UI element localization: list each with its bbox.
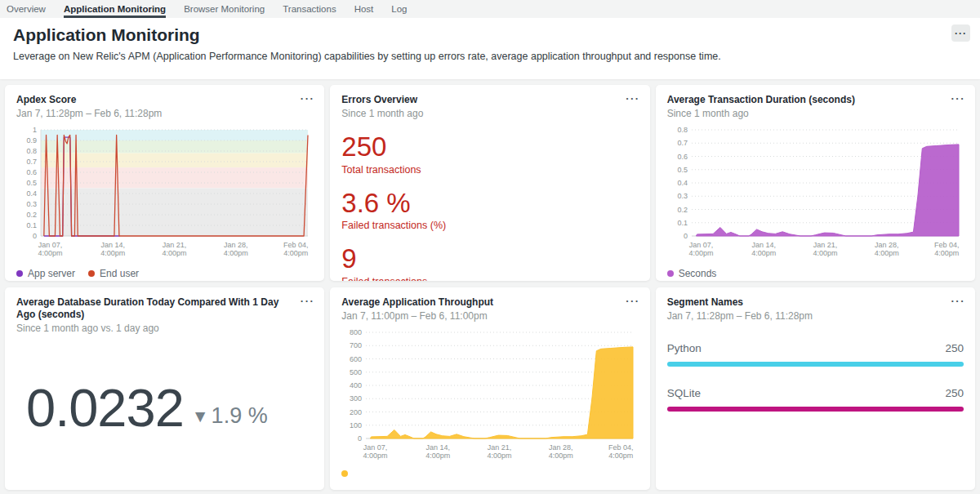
svg-text:0.8: 0.8	[677, 126, 688, 134]
segment-label: Python	[667, 342, 702, 354]
card-menu-ellipsis-icon[interactable]: ···	[301, 296, 315, 306]
svg-text:300: 300	[350, 394, 362, 403]
legend-item-app-server: App server	[16, 268, 75, 279]
svg-text:4:00pm: 4:00pm	[751, 249, 776, 257]
page-description: Leverage on New Relic's APM (Application…	[13, 51, 967, 62]
card-subtitle: Since 1 month ago	[341, 108, 638, 119]
segment-value: 250	[945, 342, 964, 354]
ellipsis-icon: ···	[955, 29, 967, 38]
transaction-duration-chart: 00.10.20.30.40.50.60.70.8Jan 07,4:00pmJa…	[667, 123, 964, 265]
svg-text:0.3: 0.3	[677, 192, 688, 200]
apdex-legend: App server End user	[16, 268, 313, 279]
throughput-legend	[341, 470, 638, 477]
apdex-chart: 00.10.20.30.40.50.60.70.80.91Jan 07,4:00…	[16, 123, 313, 265]
svg-text:4:00pm: 4:00pm	[688, 249, 713, 257]
card-menu-ellipsis-icon[interactable]: ···	[951, 296, 966, 306]
svg-text:1: 1	[33, 126, 37, 134]
svg-text:0.1: 0.1	[677, 219, 688, 227]
tab-log[interactable]: Log	[391, 0, 407, 18]
svg-text:0.5: 0.5	[26, 179, 37, 187]
card-title: Segment Names	[667, 296, 964, 309]
card-menu-ellipsis-icon[interactable]: ···	[626, 93, 640, 104]
dashboard-grid: Apdex Score Jan 7, 11:28pm – Feb 6, 11:2…	[0, 79, 980, 492]
card-menu-ellipsis-icon[interactable]: ···	[951, 93, 966, 104]
card-avg-application-throughput: Average Application Throughput Jan 7, 11…	[330, 287, 649, 490]
page-title: Application Monitoring	[13, 25, 967, 45]
svg-text:0.7: 0.7	[677, 139, 688, 147]
card-menu-ellipsis-icon[interactable]: ···	[301, 93, 315, 104]
tab-overview[interactable]: Overview	[7, 0, 46, 18]
duration-legend: Seconds	[667, 268, 964, 279]
card-subtitle: Since 1 month ago vs. 1 day ago	[16, 323, 313, 334]
svg-text:700: 700	[350, 341, 362, 349]
metric-label: Failed transactions (%)	[341, 220, 638, 231]
svg-text:0: 0	[33, 232, 37, 240]
svg-text:4:00pm: 4:00pm	[426, 452, 451, 460]
svg-text:0.4: 0.4	[677, 179, 688, 187]
svg-text:4:00pm: 4:00pm	[813, 249, 837, 257]
card-title: Apdex Score	[16, 94, 313, 106]
svg-text:Jan 07,: Jan 07,	[38, 241, 63, 249]
delta-value: 1.9 %	[212, 403, 268, 429]
card-avg-transaction-duration: Average Transaction Duration (seconds) S…	[656, 85, 975, 281]
svg-text:Jan 14,: Jan 14,	[101, 241, 126, 249]
svg-text:0.2: 0.2	[677, 206, 688, 214]
svg-text:0.4: 0.4	[26, 189, 37, 198]
svg-text:0.3: 0.3	[26, 200, 37, 208]
card-segment-names: Segment Names Jan 7, 11:28pm – Feb 6, 11…	[656, 287, 975, 490]
tab-application-monitoring[interactable]: Application Monitoring	[64, 0, 166, 18]
svg-text:Feb 04,: Feb 04,	[608, 443, 634, 452]
svg-text:4:00pm: 4:00pm	[363, 452, 388, 460]
svg-text:4:00pm: 4:00pm	[934, 249, 959, 257]
tab-host[interactable]: Host	[354, 0, 374, 18]
metric-failed-transactions: 9 Failed transactions	[341, 245, 638, 281]
big-number-row: 0.0232 ▼ 1.9 %	[16, 381, 313, 434]
svg-text:0: 0	[358, 434, 362, 443]
card-title: Average Application Throughput	[341, 296, 638, 309]
svg-text:4:00pm: 4:00pm	[488, 452, 512, 460]
svg-text:4:00pm: 4:00pm	[283, 249, 308, 257]
svg-text:0.6: 0.6	[26, 168, 37, 176]
card-avg-database-duration: Average Database Duration Today Compared…	[5, 287, 324, 490]
legend-label: Seconds	[679, 268, 717, 279]
card-title: Errors Overview	[341, 94, 638, 106]
card-title: Average Transaction Duration (seconds)	[667, 94, 964, 106]
top-tab-bar: Overview Application Monitoring Browser …	[0, 0, 980, 18]
svg-text:0.1: 0.1	[26, 221, 37, 229]
svg-text:0.5: 0.5	[677, 166, 688, 174]
tab-transactions[interactable]: Transactions	[283, 0, 336, 18]
svg-text:100: 100	[350, 421, 362, 429]
metric-label: Total transactions	[341, 164, 638, 176]
svg-text:400: 400	[350, 381, 362, 389]
card-subtitle: Jan 7, 11:28pm – Feb 6, 11:28pm	[667, 310, 964, 322]
segment-value: 250	[945, 387, 964, 399]
svg-text:800: 800	[350, 328, 362, 336]
app-server-legend-dot-icon	[16, 270, 23, 277]
svg-text:0.9: 0.9	[26, 136, 37, 145]
card-apdex-score: Apdex Score Jan 7, 11:28pm – Feb 6, 11:2…	[5, 85, 324, 281]
svg-text:Jan 07,: Jan 07,	[688, 241, 713, 249]
legend-item-seconds: Seconds	[667, 268, 717, 279]
svg-text:Jan 07,: Jan 07,	[363, 443, 388, 452]
segment-bar-python	[667, 362, 964, 367]
svg-text:Feb 04,: Feb 04,	[934, 241, 960, 249]
database-duration-value: 0.0232	[26, 381, 184, 434]
legend-label: App server	[28, 268, 75, 279]
metric-total-transactions: 250 Total transactions	[341, 133, 638, 176]
svg-text:4:00pm: 4:00pm	[549, 452, 573, 460]
svg-text:0.2: 0.2	[26, 211, 37, 219]
metric-value: 250	[341, 133, 638, 162]
throughput-legend-dot-icon	[341, 470, 348, 477]
card-subtitle: Jan 7, 11:00pm – Feb 6, 11:00pm	[341, 310, 638, 322]
end-user-legend-dot-icon	[88, 270, 95, 277]
card-menu-ellipsis-icon[interactable]: ···	[626, 296, 640, 306]
svg-text:Jan 28,: Jan 28,	[875, 241, 899, 249]
metric-value: 3.6 %	[341, 189, 638, 218]
svg-text:500: 500	[350, 368, 362, 376]
svg-text:4:00pm: 4:00pm	[38, 249, 62, 257]
page-menu-button[interactable]: ···	[951, 24, 970, 42]
tab-browser-monitoring[interactable]: Browser Monitoring	[184, 0, 265, 18]
segment-row-python: Python 250	[667, 342, 964, 367]
svg-text:Feb 04,: Feb 04,	[283, 241, 309, 249]
card-subtitle: Jan 7, 11:28pm – Feb 6, 11:28pm	[16, 108, 313, 119]
